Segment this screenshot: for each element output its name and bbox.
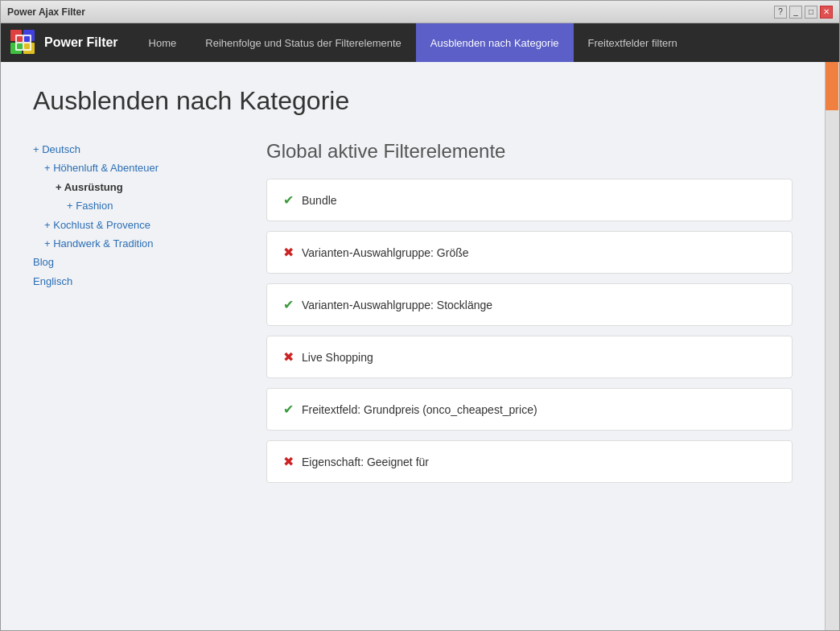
filter-item-label: Varianten-Auswahlgruppe: Stocklänge <box>302 299 492 311</box>
navbar: Power Filter Home Reihenfolge und Status… <box>1 23 839 62</box>
filter-section: Global aktive Filterelemente ✔ Bundle ✖ … <box>266 140 793 483</box>
logo-icon <box>9 28 38 57</box>
nav-item-freitextfelder[interactable]: Freitextfelder filtern <box>574 23 692 62</box>
filter-item-label: Freitextfeld: Grundpreis (onco_cheapest_… <box>302 403 537 416</box>
tree-item-blog[interactable]: Blog <box>33 253 242 271</box>
nav-item-ausblenden[interactable]: Ausblenden nach Kategorie <box>416 23 574 62</box>
nav-item-home[interactable]: Home <box>134 23 191 62</box>
check-icon: ✔ <box>283 192 294 208</box>
help-button[interactable]: ? <box>774 6 787 19</box>
svg-rect-8 <box>24 43 30 49</box>
filter-item-label: Bundle <box>302 194 337 207</box>
navbar-brand: Power Filter <box>44 35 118 50</box>
main-content: Ausblenden nach Kategorie + Deutsch + Hö… <box>1 62 825 630</box>
titlebar: Power Ajax Filter ? _ □ ✕ <box>1 1 839 23</box>
filter-item-freitextfeld[interactable]: ✔ Freitextfeld: Grundpreis (onco_cheapes… <box>266 388 793 431</box>
x-icon: ✖ <box>283 245 294 260</box>
tree-item-hoehenluft[interactable]: + Höhenluft & Abenteuer <box>33 159 242 177</box>
nav-item-reihenfolge[interactable]: Reihenfolge und Status der Filterelement… <box>191 23 416 62</box>
window-title: Power Ajax Filter <box>7 6 85 18</box>
tree-item-englisch[interactable]: Englisch <box>33 272 242 291</box>
titlebar-buttons: ? _ □ ✕ <box>774 6 833 19</box>
filter-item-live-shopping[interactable]: ✖ Live Shopping <box>266 336 793 378</box>
tree-item-fashion[interactable]: + Fashion <box>33 196 242 215</box>
scrollbar-thumb[interactable] <box>826 62 838 110</box>
svg-rect-7 <box>17 43 23 49</box>
filter-item-label: Varianten-Auswahlgruppe: Größe <box>302 246 469 259</box>
close-button[interactable]: ✕ <box>820 6 833 19</box>
filter-item-bundle[interactable]: ✔ Bundle <box>266 179 793 221</box>
svg-rect-5 <box>17 36 23 42</box>
filter-item-label: Eigenschaft: Geeignet für <box>302 456 429 468</box>
maximize-button[interactable]: □ <box>805 6 817 19</box>
main-window: Power Ajax Filter ? _ □ ✕ Power Filter <box>0 0 840 631</box>
page-title: Ausblenden nach Kategorie <box>33 86 793 116</box>
tree-item-ausruestung[interactable]: + Ausrüstung <box>33 178 242 196</box>
content-area: Ausblenden nach Kategorie + Deutsch + Hö… <box>1 62 839 630</box>
filter-item-varianten-stocklaenge[interactable]: ✔ Varianten-Auswahlgruppe: Stocklänge <box>266 283 793 326</box>
scrollbar-track[interactable] <box>825 62 839 630</box>
filter-item-varianten-groesse[interactable]: ✖ Varianten-Auswahlgruppe: Größe <box>266 231 793 274</box>
filter-items: ✔ Bundle ✖ Varianten-Auswahlgruppe: Größ… <box>266 179 793 483</box>
filter-item-eigenschaft[interactable]: ✖ Eigenschaft: Geeignet für <box>266 440 793 483</box>
filter-item-label: Live Shopping <box>302 351 373 364</box>
tree-item-deutsch[interactable]: + Deutsch <box>33 140 242 159</box>
navbar-logo: Power Filter <box>9 28 118 57</box>
svg-rect-6 <box>24 36 30 42</box>
layout-row: + Deutsch + Höhenluft & Abenteuer + Ausr… <box>33 140 793 483</box>
minimize-button[interactable]: _ <box>789 6 802 19</box>
category-tree: + Deutsch + Höhenluft & Abenteuer + Ausr… <box>33 140 242 291</box>
check-icon: ✔ <box>283 297 294 312</box>
tree-item-handwerk[interactable]: + Handwerk & Tradition <box>33 234 242 253</box>
filter-section-title: Global aktive Filterelemente <box>266 140 793 163</box>
check-icon: ✔ <box>283 402 294 417</box>
nav-items: Home Reihenfolge und Status der Filterel… <box>134 23 692 62</box>
x-icon: ✖ <box>283 454 294 469</box>
tree-item-kochlust[interactable]: + Kochlust & Provence <box>33 216 242 234</box>
x-icon: ✖ <box>283 349 294 365</box>
